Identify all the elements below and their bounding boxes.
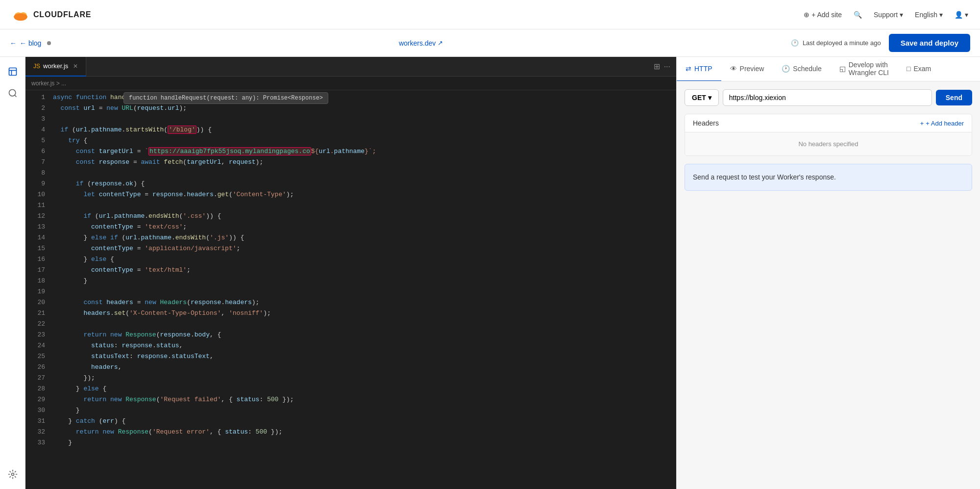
sidebar-files-icon[interactable] (4, 63, 22, 80)
http-icon: ⇄ (686, 65, 691, 73)
worker-js-tab[interactable]: JS worker.js ✕ (25, 57, 86, 77)
split-editor-icon[interactable]: ⊞ (654, 62, 660, 71)
unsaved-indicator (47, 41, 51, 45)
last-deployed-status: 🕐 Last deployed a minute ago (791, 39, 881, 47)
add-site-icon: ⊕ (804, 11, 809, 19)
code-editor: JS worker.js ✕ ⊞ ··· worker.js > ... fun… (25, 57, 676, 489)
send-button[interactable]: Send (936, 90, 972, 105)
tab-exam[interactable]: □ Exam (898, 57, 940, 81)
schedule-icon: 🕐 (782, 65, 790, 73)
sidebar-settings-icon[interactable] (4, 465, 22, 483)
cloudflare-logo: CLOUDFLARE (12, 6, 91, 24)
add-header-button[interactable]: + + Add header (920, 120, 964, 127)
url-input[interactable] (723, 89, 932, 106)
user-icon: 👤 (955, 11, 963, 19)
support-menu[interactable]: Support ▾ (874, 11, 903, 19)
headers-title: Headers (693, 119, 719, 127)
chevron-down-icon: ▾ (965, 11, 968, 19)
headers-section: Headers + + Add header No headers specif… (685, 114, 972, 156)
preview-icon: 👁 (730, 65, 737, 73)
svg-line-9 (14, 95, 16, 97)
tab-http[interactable]: ⇄ HTTP (677, 57, 721, 81)
sidebar-search-icon[interactable] (4, 84, 22, 102)
chevron-down-icon: ▾ (900, 11, 903, 19)
svg-point-4 (14, 14, 27, 19)
http-method-button[interactable]: GET ▾ (685, 89, 719, 106)
more-options-icon[interactable]: ··· (664, 62, 670, 71)
svg-point-8 (9, 90, 15, 96)
plus-icon: + (920, 120, 924, 127)
no-headers-label: No headers specified (685, 132, 972, 155)
headers-header: Headers + + Add header (685, 114, 972, 132)
user-menu[interactable]: 👤 ▾ (955, 11, 968, 19)
svg-rect-5 (9, 68, 16, 76)
sidebar (0, 57, 25, 489)
save-and-deploy-button[interactable]: Save and deploy (889, 34, 970, 52)
editor-scrollbar[interactable] (670, 90, 676, 489)
http-panel: GET ▾ Send Headers + + Add header No hea… (677, 81, 980, 199)
back-to-blog-link[interactable]: ← ← blog (10, 39, 41, 47)
right-panel-tabs: ⇄ HTTP 👁 Preview 🕐 Schedule ◱ Develop wi… (677, 57, 980, 81)
tab-preview[interactable]: 👁 Preview (721, 57, 773, 81)
exam-icon: □ (906, 65, 910, 73)
editor-tab-bar: JS worker.js ✕ ⊞ ··· (25, 57, 676, 77)
editor-breadcrumb: worker.js > ... (25, 77, 676, 90)
back-arrow-icon: ← (10, 39, 17, 47)
code-content[interactable]: function handleRequest(request: any): Pr… (25, 90, 676, 489)
js-file-icon: JS (33, 63, 40, 70)
chevron-down-icon: ▾ (939, 11, 943, 19)
develop-icon: ◱ (839, 65, 846, 73)
language-menu[interactable]: English ▾ (915, 11, 943, 19)
url-row: GET ▾ Send (685, 89, 972, 106)
code-text[interactable]: async function handleRequest(request) { … (49, 90, 670, 489)
svg-point-10 (11, 473, 14, 476)
type-tooltip: function handleRequest(request: any): Pr… (123, 92, 328, 104)
search-button[interactable]: 🔍 (854, 11, 862, 19)
right-panel: ⇄ HTTP 👁 Preview 🕐 Schedule ◱ Develop wi… (676, 57, 980, 489)
tab-schedule[interactable]: 🕐 Schedule (773, 57, 830, 81)
send-hint: Send a request to test your Worker's res… (685, 164, 972, 191)
logo-text: CLOUDFLARE (33, 10, 91, 19)
tab-develop[interactable]: ◱ Develop withWrangler CLI (831, 57, 898, 81)
search-icon: 🔍 (854, 11, 862, 19)
line-numbers: 12345 678910 1112131415 1617181920 21222… (25, 90, 49, 489)
workers-dev-link[interactable]: workers.dev ↗ (399, 39, 443, 47)
add-site-button[interactable]: ⊕ + Add site (804, 11, 842, 19)
external-link-icon: ↗ (438, 39, 443, 47)
close-tab-icon[interactable]: ✕ (73, 63, 78, 70)
method-chevron-icon: ▾ (708, 94, 711, 102)
clock-icon: 🕐 (791, 39, 799, 47)
